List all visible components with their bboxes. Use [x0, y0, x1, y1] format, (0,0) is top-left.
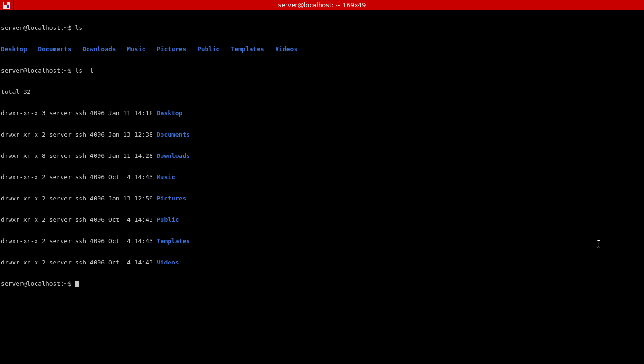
prompt-line: server@localhost:~$ ls: [1, 24, 643, 31]
ls-long-row: drwxr-xr-x 3 server ssh 4096 Jan 11 14:1…: [1, 109, 643, 117]
dir-name: Templates: [157, 237, 190, 245]
prompt-text: server@localhost:~$: [1, 280, 75, 287]
file-meta: drwxr-xr-x 8 server ssh 4096 Jan 11 14:2…: [1, 152, 157, 159]
ls-long-row: drwxr-xr-x 2 server ssh 4096 Oct 4 14:43…: [1, 216, 643, 223]
window-title: server@localhost: ~ 169x49: [0, 1, 644, 9]
command-text: ls: [75, 24, 83, 31]
file-meta: drwxr-xr-x 2 server ssh 4096 Oct 4 14:43: [1, 173, 157, 181]
ls-long-row: drwxr-xr-x 2 server ssh 4096 Oct 4 14:43…: [1, 173, 643, 181]
dir-name: Templates: [231, 46, 264, 53]
ls-long-row: drwxr-xr-x 2 server ssh 4096 Jan 13 12:3…: [1, 131, 643, 138]
dir-name: Music: [157, 173, 175, 181]
titlebar-separator: [13, 0, 14, 10]
prompt-text: server@localhost:~$: [1, 67, 75, 74]
terminal-cursor: [75, 281, 79, 287]
dir-name: Documents: [38, 46, 71, 53]
terminal-area[interactable]: server@localhost:~$ ls Desktop Documents…: [0, 10, 644, 294]
file-meta: drwxr-xr-x 2 server ssh 4096 Oct 4 14:43: [1, 237, 157, 245]
ls-long-row: drwxr-xr-x 8 server ssh 4096 Jan 11 14:2…: [1, 152, 643, 159]
dir-name: Videos: [275, 46, 297, 53]
svg-rect-1: [4, 2, 7, 5]
dir-name: Desktop: [1, 46, 27, 53]
dir-name: Public: [197, 46, 220, 53]
dir-name: Downloads: [82, 46, 116, 53]
dir-name: Documents: [157, 131, 190, 138]
dir-name: Pictures: [157, 195, 187, 202]
window-menu-icon[interactable]: [1, 0, 11, 10]
dir-name: Pictures: [157, 46, 187, 53]
svg-rect-2: [7, 5, 9, 8]
total-line: total 32: [1, 88, 643, 95]
dir-name: Desktop: [157, 109, 183, 117]
file-meta: drwxr-xr-x 2 server ssh 4096 Jan 13 12:5…: [1, 195, 157, 202]
prompt-line: server@localhost:~$ ls -l: [1, 67, 643, 74]
file-meta: drwxr-xr-x 2 server ssh 4096 Jan 13 12:3…: [1, 131, 157, 138]
ls-long-row: drwxr-xr-x 2 server ssh 4096 Oct 4 14:43…: [1, 237, 643, 245]
command-text: ls -l: [75, 67, 94, 74]
prompt-text: server@localhost:~$: [1, 24, 75, 31]
ls-long-row: drwxr-xr-x 2 server ssh 4096 Oct 4 14:43…: [1, 259, 643, 266]
dir-name: Music: [127, 46, 145, 53]
prompt-line: server@localhost:~$: [1, 280, 643, 287]
file-meta: drwxr-xr-x 2 server ssh 4096 Oct 4 14:43: [1, 259, 157, 266]
file-meta: drwxr-xr-x 2 server ssh 4096 Oct 4 14:43: [1, 216, 157, 223]
ls-output-line: Desktop Documents Downloads Music Pictur…: [1, 46, 643, 53]
dir-name: Videos: [157, 259, 179, 266]
file-meta: drwxr-xr-x 3 server ssh 4096 Jan 11 14:1…: [1, 109, 157, 117]
ls-long-row: drwxr-xr-x 2 server ssh 4096 Jan 13 12:5…: [1, 195, 643, 202]
dir-name: Downloads: [157, 152, 190, 159]
dir-name: Public: [157, 216, 179, 223]
window-titlebar[interactable]: server@localhost: ~ 169x49: [0, 0, 644, 10]
